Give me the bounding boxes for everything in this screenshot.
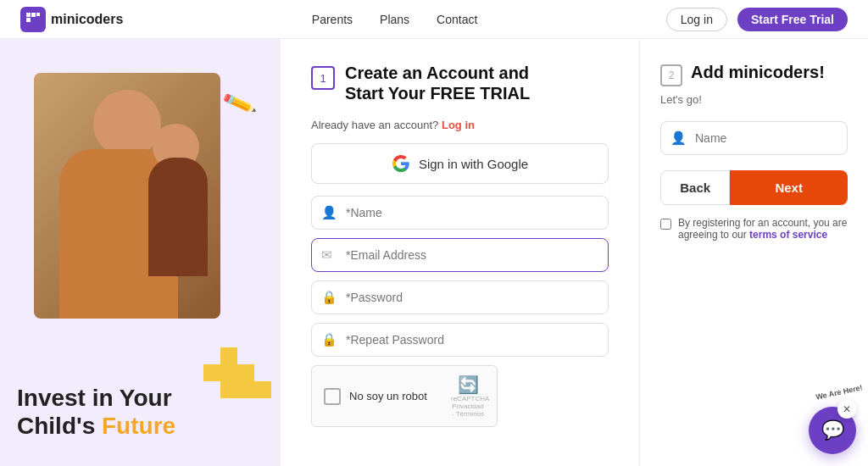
recaptcha-icon: 🔄 <box>451 374 485 395</box>
back-button[interactable]: Back <box>660 170 730 205</box>
email-icon: ✉ <box>321 247 332 263</box>
captcha-label: No soy un robot <box>349 390 442 402</box>
svg-rect-2 <box>26 18 31 22</box>
repeat-password-input-group: 🔒 <box>311 323 609 357</box>
email-input[interactable] <box>311 238 609 272</box>
nav-contact[interactable]: Contact <box>437 13 477 26</box>
captcha-logo: 🔄 reCAPTCHA Privacidad - Términos <box>451 374 485 418</box>
step2-panel: 2 Add minicoders! Let's go! 👤 Back Next … <box>639 39 868 466</box>
google-icon <box>392 154 410 173</box>
password-input-group: 🔒 <box>311 280 609 314</box>
captcha-policy: Privacidad - Términos <box>451 402 485 418</box>
add-minicoders-title: Add minicoders! <box>691 63 825 82</box>
registration-form-panel: 1 Create an Account and Start Your FREE … <box>280 39 639 466</box>
terms-link[interactable]: terms of service <box>749 229 827 241</box>
header-actions: Log in Start Free Trial <box>666 8 848 31</box>
logo[interactable]: minicoders <box>20 7 123 32</box>
step2-name-input-group: 👤 <box>660 121 848 155</box>
chat-close-button[interactable]: ✕ <box>837 400 856 419</box>
login-button[interactable]: Log in <box>666 8 727 31</box>
captcha-brand: reCAPTCHA <box>451 395 485 402</box>
pixel-decoration <box>195 339 271 415</box>
name-input-group: 👤 <box>311 196 609 230</box>
chat-icon: 💬 <box>821 419 844 441</box>
logo-text: minicoders <box>51 12 123 27</box>
lock2-icon: 🔒 <box>321 332 337 347</box>
svg-rect-3 <box>36 13 40 16</box>
svg-rect-4 <box>203 364 220 381</box>
logo-icon <box>20 7 46 32</box>
step1-title: Create an Account and Start Your FREE TR… <box>345 63 548 103</box>
captcha-box[interactable]: No soy un robot 🔄 reCAPTCHA Privacidad -… <box>311 365 498 427</box>
left-panel: ✏️ Invest in Your Child's Future <box>0 39 280 466</box>
step1-number: 1 <box>311 66 335 90</box>
step1-block: 1 Create an Account and Start Your FREE … <box>311 63 548 103</box>
left-panel-text: Invest in Your Child's Future <box>17 384 175 441</box>
hero-image <box>34 73 220 319</box>
name-input[interactable] <box>311 196 609 230</box>
lock-icon: 🔒 <box>321 290 337 305</box>
next-button[interactable]: Next <box>730 170 848 205</box>
nav-plans[interactable]: Plans <box>380 13 409 26</box>
terms-checkbox[interactable] <box>660 219 671 230</box>
password-input[interactable] <box>311 280 609 314</box>
email-input-group: ✉ <box>311 238 609 272</box>
navigation-buttons: Back Next <box>660 170 848 205</box>
already-have-account-text: Already have an account? Log in <box>311 119 609 131</box>
start-free-trial-button[interactable]: Start Free Trial <box>737 8 848 31</box>
svg-rect-1 <box>31 13 36 17</box>
pencil-icon: ✏️ <box>220 86 258 122</box>
svg-rect-6 <box>220 364 237 381</box>
svg-rect-10 <box>254 381 271 398</box>
svg-rect-8 <box>237 364 254 381</box>
google-signin-button[interactable]: Sign in with Google <box>311 143 609 184</box>
svg-rect-0 <box>26 13 31 17</box>
step2-number: 2 <box>660 64 682 86</box>
step1-header: 1 Create an Account and Start Your FREE … <box>311 63 609 103</box>
lets-go-text: Let's go! <box>660 93 848 106</box>
person-icon: 👤 <box>321 205 337 220</box>
step2-person-icon: 👤 <box>670 130 687 146</box>
repeat-password-input[interactable] <box>311 323 609 357</box>
svg-rect-9 <box>237 381 254 398</box>
terms-text: By registering for an account, you are a… <box>678 217 848 241</box>
captcha-checkbox[interactable] <box>324 388 341 405</box>
step2-name-input[interactable] <box>660 121 848 155</box>
login-link[interactable]: Log in <box>442 119 475 131</box>
svg-rect-5 <box>220 347 237 364</box>
main-nav: Parents Plans Contact <box>312 13 478 26</box>
nav-parents[interactable]: Parents <box>312 13 353 26</box>
step2-header: 2 Add minicoders! <box>660 63 848 86</box>
svg-rect-7 <box>220 381 237 398</box>
google-signin-label: Sign in with Google <box>419 157 528 171</box>
terms-row: By registering for an account, you are a… <box>660 217 848 241</box>
